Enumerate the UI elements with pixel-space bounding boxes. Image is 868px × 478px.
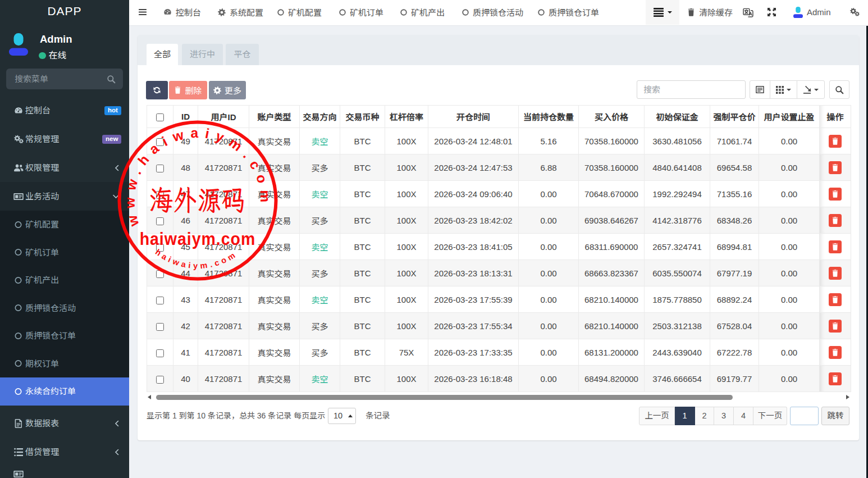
svg-text:haiwaiym.com: haiwaiym.com [140,229,256,249]
svg-text:海外源码: 海外源码 [149,181,246,218]
svg-text:haiwaiym.com: haiwaiym.com [154,248,239,271]
